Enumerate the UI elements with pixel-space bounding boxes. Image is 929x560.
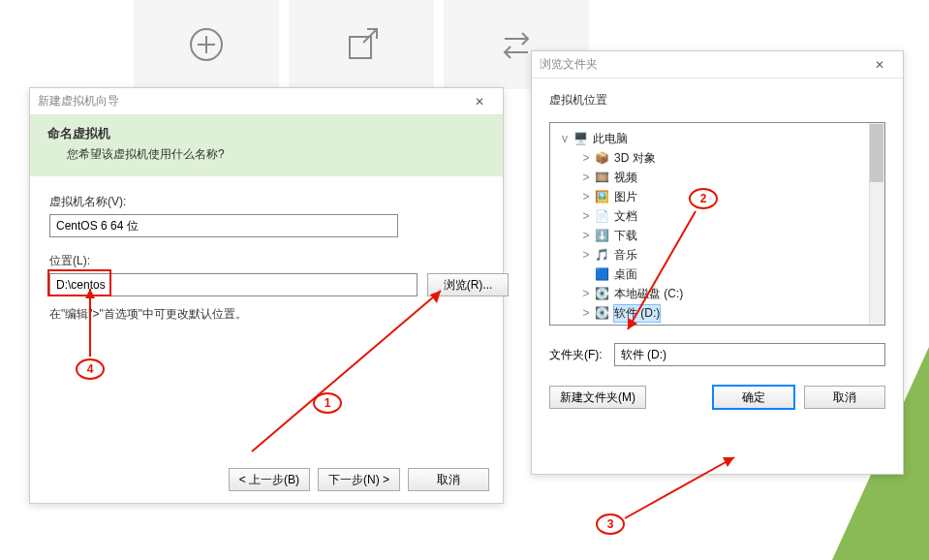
tree-item-label: 3D 对象 — [614, 150, 656, 167]
pc-icon: 🖥️ — [572, 131, 589, 146]
tree-item-label: 此电脑 — [593, 131, 628, 147]
folder-tree[interactable]: v🖥️此电脑>📦3D 对象>🎞️视频>🖼️图片>📄文档>⬇️下载>🎵音乐🟦桌面>… — [549, 122, 885, 326]
wizard-header-title: 命名虚拟机 — [47, 125, 485, 142]
3d-icon: 📦 — [593, 150, 610, 166]
tree-scrollbar[interactable] — [869, 123, 884, 325]
chevron-icon[interactable]: > — [579, 151, 593, 165]
video-icon: 🎞️ — [593, 170, 610, 185]
ok-button[interactable]: 确定 — [713, 386, 794, 409]
toolbar-open-button[interactable] — [289, 0, 434, 89]
drive-icon: 💽 — [593, 305, 610, 321]
tree-item[interactable]: >📄文档 — [550, 206, 884, 226]
vm-name-label: 虚拟机名称(V): — [49, 194, 483, 210]
drive-icon: 💽 — [593, 325, 610, 326]
browse-cancel-button[interactable]: 取消 — [804, 386, 885, 409]
wizard-title: 新建虚拟机向导 — [38, 93, 464, 109]
tree-item[interactable]: >⬇️下载 — [550, 226, 884, 245]
chevron-icon[interactable]: > — [579, 248, 593, 262]
tree-item-label: 桌面 — [614, 266, 637, 283]
tree-item[interactable]: v🖥️此电脑 — [550, 129, 884, 148]
drive-icon: 💽 — [593, 286, 610, 301]
browse-title: 浏览文件夹 — [540, 56, 864, 73]
close-icon[interactable]: ✕ — [464, 90, 495, 113]
tree-item-label: 软件 (D:) — [614, 305, 660, 322]
new-folder-button[interactable]: 新建文件夹(M) — [549, 386, 646, 409]
down-icon: ⬇️ — [593, 228, 610, 243]
transfer-icon — [497, 25, 536, 64]
folder-field-input[interactable] — [614, 343, 885, 366]
tree-item-label: 本地磁盘 (C:) — [614, 286, 683, 302]
chevron-icon[interactable]: > — [579, 287, 593, 300]
location-hint: 在"编辑">"首选项"中可更改默认位置。 — [49, 306, 483, 323]
tree-item[interactable]: >🎵音乐 — [550, 245, 884, 264]
tree-item-label: 视频 — [614, 170, 637, 186]
wizard-header-subtitle: 您希望该虚拟机使用什么名称? — [67, 146, 485, 163]
close-icon[interactable]: ✕ — [864, 53, 895, 77]
annotation-circle-4: 4 — [76, 358, 105, 380]
docs-icon: 📄 — [593, 208, 610, 224]
pics-icon: 🖼️ — [593, 189, 610, 204]
music-icon: 🎵 — [593, 247, 610, 263]
external-link-icon — [342, 25, 381, 64]
wizard-cancel-button[interactable]: 取消 — [408, 468, 489, 491]
new-vm-wizard-dialog: 新建虚拟机向导 ✕ 命名虚拟机 您希望该虚拟机使用什么名称? 虚拟机名称(V):… — [29, 87, 504, 504]
desk-icon: 🟦 — [593, 266, 610, 282]
chevron-icon[interactable]: > — [579, 229, 593, 242]
chevron-icon[interactable]: > — [579, 306, 593, 320]
tree-item[interactable]: >🎞️视频 — [550, 168, 884, 187]
annotation-box-4 — [47, 269, 111, 296]
annotation-circle-2: 2 — [689, 188, 718, 209]
browse-folder-dialog: 浏览文件夹 ✕ 虚拟机位置 v🖥️此电脑>📦3D 对象>🎞️视频>🖼️图片>📄文… — [531, 50, 904, 475]
vm-location-label: 位置(L): — [49, 253, 483, 269]
chevron-icon[interactable]: > — [579, 171, 593, 184]
wizard-titlebar[interactable]: 新建虚拟机向导 ✕ — [30, 88, 503, 115]
toolbar-add-button[interactable] — [134, 0, 279, 89]
browse-titlebar[interactable]: 浏览文件夹 ✕ — [532, 51, 903, 78]
svg-rect-3 — [350, 37, 371, 58]
chevron-icon[interactable]: > — [579, 190, 593, 203]
next-button[interactable]: 下一步(N) > — [318, 468, 400, 491]
tree-item-label: 图片 — [614, 189, 637, 205]
tree-item[interactable]: 🟦桌面 — [550, 264, 884, 284]
tree-item[interactable]: >💽本地磁盘 (E:) — [550, 323, 884, 326]
wizard-header: 命名虚拟机 您希望该虚拟机使用什么名称? — [30, 115, 503, 176]
browse-label: 虚拟机位置 — [549, 92, 885, 109]
tree-item-label: 音乐 — [614, 247, 637, 264]
browse-button[interactable]: 浏览(R)... — [427, 273, 509, 296]
tree-item[interactable]: >📦3D 对象 — [550, 148, 884, 168]
chevron-icon[interactable]: > — [579, 209, 593, 223]
annotation-circle-3: 3 — [596, 513, 625, 535]
tree-item[interactable]: >💽本地磁盘 (C:) — [550, 284, 884, 303]
chevron-icon[interactable]: v — [558, 132, 572, 145]
back-button[interactable]: < 上一步(B) — [229, 468, 310, 491]
plus-circle-icon — [187, 25, 226, 64]
vm-name-input[interactable] — [49, 214, 398, 237]
tree-item-label: 下载 — [614, 228, 637, 244]
tree-item-label: 文档 — [614, 208, 637, 225]
tree-item-label: 本地磁盘 (E:) — [614, 325, 683, 327]
tree-item[interactable]: >💽软件 (D:) — [550, 303, 884, 323]
main-toolbar — [134, 0, 589, 89]
wizard-footer: < 上一步(B) 下一步(N) > 取消 — [229, 468, 489, 491]
annotation-circle-1: 1 — [313, 392, 342, 414]
folder-field-label: 文件夹(F): — [549, 347, 603, 363]
